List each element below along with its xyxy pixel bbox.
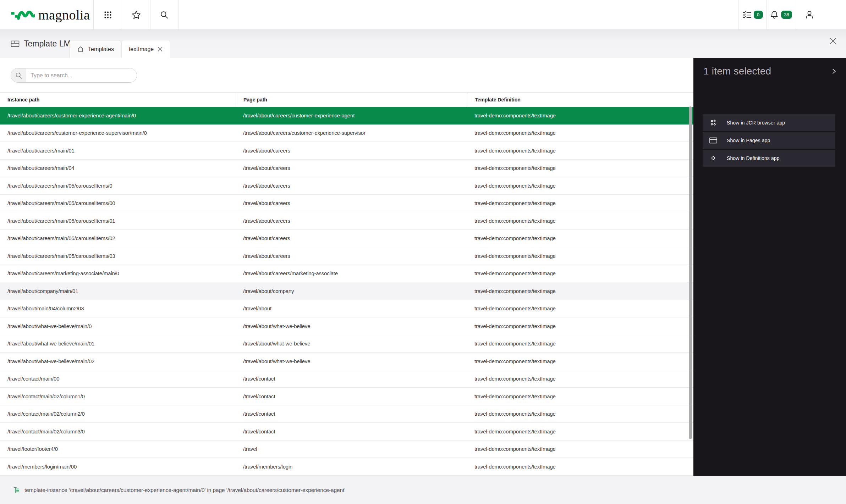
table-row[interactable]: /travel/about/what-we-believe/main/01 /t… (0, 335, 693, 353)
notifications-button[interactable]: 38 (767, 0, 795, 29)
instance-path-cell: /travel/about/company/main/01 (0, 282, 236, 300)
instance-path-cell: /travel/about/careers/main/04 (0, 160, 236, 177)
page-path-cell: /travel/about/careers (236, 142, 467, 159)
instance-path-cell: /travel/about/what-we-believe/main/01 (0, 335, 236, 353)
table-row[interactable]: /travel/contact/main/02/column3/0 /trave… (0, 423, 693, 441)
tab-templates[interactable]: Templates (69, 40, 121, 58)
table-row[interactable]: /travel/contact/main/02/column2/0 /trave… (0, 405, 693, 423)
action-label: Show in JCR browser app (727, 120, 785, 126)
table-row[interactable]: /travel/about/careers/customer-experienc… (0, 124, 693, 142)
home-icon (77, 45, 84, 53)
magnolia-admin-screen: magnolia (0, 0, 846, 504)
template-definition-cell: travel-demo:components/textImage (467, 405, 693, 423)
app-launcher-button[interactable] (93, 0, 122, 29)
page-path-cell: /travel/contact (236, 423, 467, 440)
table-row[interactable]: /travel/about/what-we-believe/main/0 /tr… (0, 317, 693, 335)
template-instance-icon (13, 487, 20, 493)
instance-path-cell: /travel/about/what-we-believe/main/02 (0, 353, 236, 370)
table-row[interactable]: /travel/contact/main/02/column1/0 /trave… (0, 388, 693, 405)
page-path-cell: /travel/about/careers/customer-experienc… (236, 107, 467, 124)
pages-app-icon (709, 137, 718, 144)
template-definition-cell: travel-demo:components/textImage (467, 282, 693, 300)
tab-textimage[interactable]: textImage (121, 40, 170, 58)
favorites-button[interactable] (122, 0, 150, 29)
instance-path-cell: /travel/footer/footer4/0 (0, 441, 236, 458)
action-show-in-jcr-browser[interactable]: Show in JCR browser app (703, 114, 835, 131)
table-row[interactable]: /travel/about/careers/marketing-associat… (0, 265, 693, 283)
table-row[interactable]: /travel/about/careers/main/05/carouselIt… (0, 212, 693, 230)
template-definition-cell: travel-demo:components/textImage (467, 335, 693, 353)
action-show-in-definitions-app[interactable]: Show in Definitions app (703, 150, 835, 167)
table-row[interactable]: /travel/about/careers/main/05/carouselIt… (0, 177, 693, 195)
instance-path-cell: /travel/about/main/04/column2/03 (0, 300, 236, 317)
column-header-template-definition[interactable]: Template Definition (467, 93, 693, 107)
page-path-cell: /travel/about/what-we-believe (236, 317, 467, 335)
table-row[interactable]: /travel/about/careers/customer-experienc… (0, 107, 693, 124)
jcr-browser-icon (709, 118, 718, 127)
tasks-button[interactable]: 0 (738, 0, 767, 29)
table-row[interactable]: /travel/footer/footer4/0 /travel travel-… (0, 441, 693, 458)
page-path-cell: /travel/about/careers (236, 177, 467, 194)
template-definition-cell: travel-demo:components/textImage (467, 441, 693, 458)
instance-path-cell: /travel/contact/main/02/column2/0 (0, 405, 236, 423)
template-definition-cell: travel-demo:components/textImage (467, 177, 693, 194)
column-header-instance-path[interactable]: Instance path (0, 93, 236, 107)
table-row[interactable]: /travel/members/login/main/00 /travel/me… (0, 458, 693, 476)
template-definition-cell: travel-demo:components/textImage (467, 142, 693, 159)
table-row[interactable]: /travel/about/careers/main/05/carouselIt… (0, 195, 693, 212)
search-input[interactable] (26, 68, 137, 82)
table-row[interactable]: /travel/about/main/04/column2/03 /travel… (0, 300, 693, 318)
page-path-cell: /travel/contact (236, 388, 467, 405)
app-close-button[interactable] (828, 35, 838, 46)
chevron-right-icon[interactable] (830, 68, 837, 75)
instance-path-cell: /travel/members/login/main/00 (0, 458, 236, 475)
app-title: Template LM (11, 30, 71, 58)
search-magnifier-icon (11, 68, 26, 82)
table-body: /travel/about/careers/customer-experienc… (0, 107, 693, 476)
page-path-cell: /travel/about/careers (236, 212, 467, 229)
instance-path-cell: /travel/about/careers/main/05/carouselIt… (0, 177, 236, 194)
template-definition-cell: travel-demo:components/textImage (467, 317, 693, 335)
table-row[interactable]: /travel/about/careers/main/04 /travel/ab… (0, 160, 693, 177)
status-message: template-instance '/travel/about/careers… (24, 487, 345, 493)
table-row[interactable]: /travel/about/company/main/01 /travel/ab… (0, 282, 693, 300)
template-definition-cell: travel-demo:components/textImage (467, 423, 693, 440)
action-label: Show in Pages app (727, 138, 770, 143)
tab-close-icon[interactable] (157, 46, 163, 52)
template-app-icon (11, 40, 20, 48)
table-row[interactable]: /travel/about/careers/main/01 /travel/ab… (0, 142, 693, 160)
global-search-button[interactable] (150, 0, 178, 29)
page-path-cell: /travel/about/careers (236, 160, 467, 177)
notifications-badge: 38 (781, 11, 792, 19)
column-header-page-path[interactable]: Page path (236, 93, 467, 107)
page-path-cell: /travel/contact (236, 405, 467, 423)
action-list: Show in JCR browser app Show in Pages ap… (703, 114, 835, 167)
bell-icon (770, 10, 779, 20)
search-icon (160, 10, 169, 20)
tab-templates-label: Templates (88, 46, 114, 52)
selection-status: 1 item selected (703, 66, 771, 77)
table-row[interactable]: /travel/contact/main/00 /travel/contact … (0, 370, 693, 388)
table-row[interactable]: /travel/about/careers/main/05/carouselIt… (0, 247, 693, 265)
page-path-cell: /travel/about/careers (236, 247, 467, 265)
app-header: magnolia (0, 0, 846, 30)
instance-path-cell: /travel/about/careers/customer-experienc… (0, 124, 236, 142)
grid-icon (103, 10, 112, 20)
table-header: Instance path Page path Template Definit… (0, 92, 693, 107)
action-show-in-pages-app[interactable]: Show in Pages app (703, 132, 835, 149)
star-icon (131, 10, 141, 20)
table-scrollbar[interactable] (689, 106, 692, 439)
user-menu-button[interactable] (795, 0, 823, 29)
instance-path-cell: /travel/contact/main/02/column1/0 (0, 388, 236, 405)
template-definition-cell: travel-demo:components/textImage (467, 458, 693, 475)
table-row[interactable]: /travel/about/careers/main/05/carouselIt… (0, 230, 693, 248)
tab-textimage-label: textImage (129, 46, 154, 52)
page-path-cell: /travel/about (236, 300, 467, 317)
table-row[interactable]: /travel/about/what-we-believe/main/02 /t… (0, 353, 693, 370)
template-definition-cell: travel-demo:components/textImage (467, 247, 693, 265)
template-definition-cell: travel-demo:components/textImage (467, 300, 693, 317)
template-definition-cell: travel-demo:components/textImage (467, 107, 693, 124)
logo[interactable]: magnolia (0, 0, 93, 29)
template-definition-cell: travel-demo:components/textImage (467, 195, 693, 212)
page-path-cell: /travel (236, 441, 467, 458)
